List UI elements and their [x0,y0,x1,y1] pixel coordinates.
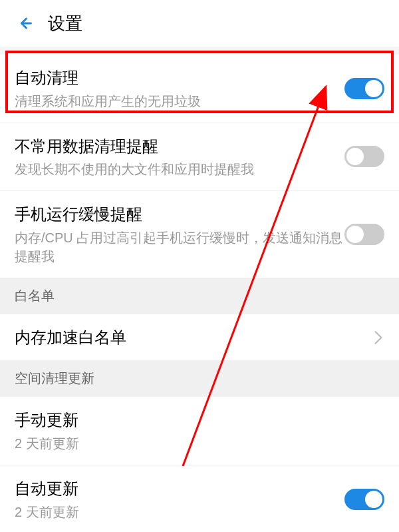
rarely-used-reminder-item[interactable]: 不常用数据清理提醒 发现长期不使用的大文件和应用时提醒我 [0,123,399,192]
auto-clean-toggle[interactable] [344,78,384,99]
item-subtitle: 2 天前更新 [15,503,344,521]
memory-whitelist-item[interactable]: 内存加速白名单 [0,314,399,361]
item-title: 自动清理 [15,67,344,89]
toggle-knob [365,80,382,97]
whitelist-section-header: 白名单 [0,278,399,314]
toggle-knob [346,226,364,243]
toggle-knob [365,491,382,508]
manual-update-item[interactable]: 手动更新 2 天前更新 [0,397,399,465]
spacer [0,47,399,55]
chevron-right-icon [372,332,384,344]
item-subtitle: 发现长期不使用的大文件和应用时提醒我 [15,160,344,178]
slow-phone-toggle[interactable] [344,224,384,245]
item-subtitle: 清理系统和应用产生的无用垃圾 [15,92,344,111]
page-title: 设置 [48,12,82,35]
item-text: 不常用数据清理提醒 发现长期不使用的大文件和应用时提醒我 [15,135,344,179]
item-title: 自动更新 [15,477,344,500]
item-title: 手机运行缓慢提醒 [15,203,344,226]
item-text: 内存加速白名单 [15,326,372,349]
auto-update-item[interactable]: 自动更新 2 天前更新 [0,465,399,532]
rarely-used-toggle[interactable] [344,146,384,167]
space-clean-section-header: 空间清理更新 [0,360,399,397]
item-text: 自动更新 2 天前更新 [15,477,344,521]
auto-clean-item[interactable]: 自动清理 清理系统和应用产生的无用垃圾 [0,55,399,123]
item-title: 内存加速白名单 [15,326,372,349]
slow-phone-reminder-item[interactable]: 手机运行缓慢提醒 内存/CPU 占用过高引起手机运行缓慢时，发送通知消息提醒我 [0,191,399,278]
item-subtitle: 内存/CPU 占用过高引起手机运行缓慢时，发送通知消息提醒我 [15,228,344,266]
back-icon[interactable] [13,13,35,34]
item-title: 不常用数据清理提醒 [15,135,344,158]
item-title: 手动更新 [15,409,384,431]
item-text: 手动更新 2 天前更新 [15,409,384,453]
item-text: 自动清理 清理系统和应用产生的无用垃圾 [15,67,344,111]
auto-update-toggle[interactable] [344,489,384,510]
item-subtitle: 2 天前更新 [15,434,384,453]
toggle-knob [346,148,364,165]
item-text: 手机运行缓慢提醒 内存/CPU 占用过高引起手机运行缓慢时，发送通知消息提醒我 [15,203,344,266]
header-bar: 设置 [0,0,399,47]
